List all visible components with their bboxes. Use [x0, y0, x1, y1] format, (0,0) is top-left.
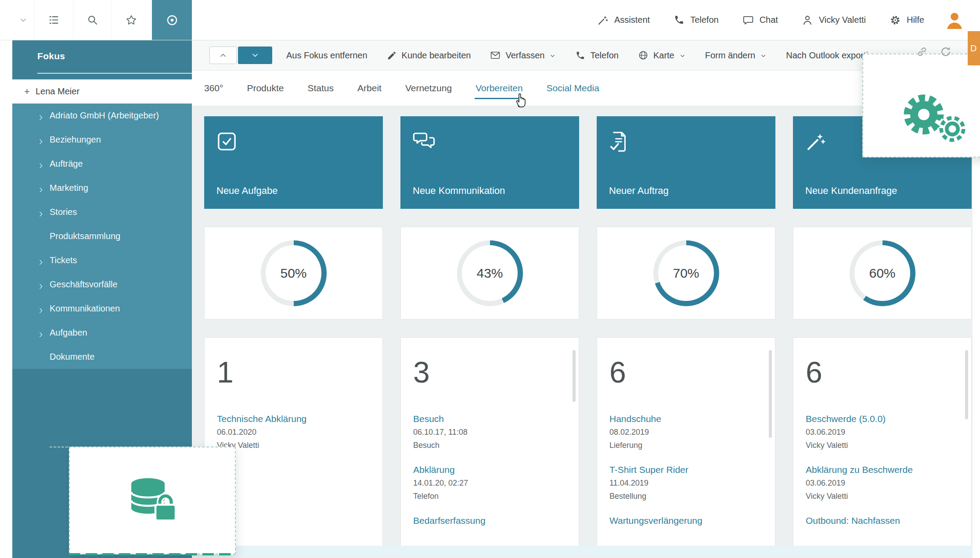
- notification-ribbon[interactable]: D: [968, 31, 980, 65]
- sidebar-item-marketing[interactable]: Marketing: [12, 176, 192, 200]
- entry-date: 03.06.2019: [806, 427, 959, 438]
- sidebar-item-dokumente[interactable]: Dokumente: [12, 345, 192, 369]
- list-item: Abklärung zu Beschwerde 03.06.2019 Vicky…: [806, 464, 959, 502]
- focus-record-button[interactable]: [152, 0, 192, 40]
- sidebar-item-adriato-gmbh[interactable]: Adriato GmbH (Arbeitgeber): [12, 104, 192, 128]
- help-gear-icon: [890, 14, 901, 26]
- list-item: Handschuhe 08.02.2019 Lieferung: [609, 413, 763, 451]
- search-icon: [86, 14, 98, 26]
- sidebar-item-beziehungen[interactable]: Beziehungen: [12, 128, 192, 152]
- cursor-hand-icon: [514, 90, 529, 108]
- sidebar-item-label: Aufträge: [50, 159, 83, 169]
- toolbar-button-label: Aus Fokus entfernen: [286, 50, 368, 61]
- favorites-button[interactable]: [112, 0, 150, 40]
- entry-link[interactable]: Abklärung: [413, 464, 566, 476]
- gauge-card: 50%: [204, 227, 383, 319]
- expand-plus-icon[interactable]: +: [24, 86, 36, 97]
- entry-date: 03.06.2019: [806, 478, 959, 489]
- column-kommunikation: Neue Kommunikation 43% 3 Besuch 06.10.17…: [400, 116, 579, 547]
- sidebar-item-geschaeftsvorfaelle[interactable]: Geschäftsvorfälle: [12, 272, 192, 297]
- main-content: Neue Aufgabe 50% 1 Technische Abklärung …: [192, 106, 973, 558]
- chevron-right-icon: [37, 257, 44, 264]
- entry-link[interactable]: T-Shirt Super Rider: [609, 464, 763, 476]
- tab-produkte[interactable]: Produkte: [247, 83, 284, 93]
- toolbar-button-aus-fokus-entfernen[interactable]: Aus Fokus entfernen: [286, 50, 368, 61]
- toolbar-button-form-aendern[interactable]: Form ändern: [705, 50, 767, 61]
- entry-meta: Besuch: [413, 440, 566, 451]
- chevron-down-icon: [549, 50, 556, 61]
- entry-link[interactable]: Beschwerde (5.0.0): [806, 413, 959, 425]
- topbar-item-telefon[interactable]: Telefon: [662, 14, 731, 25]
- toolbar-button-karte[interactable]: Karte: [638, 50, 686, 61]
- sidebar-title-rule: [37, 73, 192, 74]
- horizontal-scrollbar[interactable]: [192, 546, 973, 556]
- action-card-neue-kommunikation[interactable]: Neue Kommunikation: [400, 116, 579, 209]
- entry-link[interactable]: Besuch: [413, 413, 566, 425]
- tab-social-media[interactable]: Social Media: [547, 83, 599, 93]
- entry-link[interactable]: Bedarfserfassung: [413, 515, 566, 526]
- toolbar-button-kunde-bearbeiten[interactable]: Kunde bearbeiten: [387, 50, 471, 61]
- action-card-label: Neue Kommunikation: [413, 185, 505, 197]
- entry-link[interactable]: Outbound: Nachfassen: [806, 515, 959, 526]
- person-avatar-icon: [944, 10, 965, 31]
- user-avatar[interactable]: [942, 8, 967, 32]
- tab-360[interactable]: 360°: [204, 83, 223, 93]
- list-card: 3 Besuch 06.10.17, 11:08 Besuch Abklärun…: [400, 337, 579, 547]
- topbar-item-user[interactable]: Vicky Valetti: [790, 14, 878, 26]
- sidebar-item-produktsammlung[interactable]: Produktsammlung: [12, 224, 192, 248]
- scrollbar-thumb[interactable]: [573, 350, 576, 402]
- topbar-item-hilfe[interactable]: Hilfe: [878, 14, 936, 26]
- magic-wand-icon: [805, 131, 826, 152]
- chevron-down-icon: [19, 16, 28, 25]
- focus-entry-lena-meier[interactable]: + Lena Meier: [12, 79, 192, 104]
- ribbon-label: D: [970, 43, 976, 54]
- phone-icon: [575, 50, 585, 61]
- chevron-right-icon: [37, 209, 44, 216]
- sidebar-item-tickets[interactable]: Tickets: [12, 248, 192, 272]
- sidebar-item-kommunikationen[interactable]: Kommunikationen: [12, 297, 192, 321]
- list-card: 6 Handschuhe 08.02.2019 Lieferung T-Shir…: [597, 337, 775, 547]
- action-card-neue-aufgabe[interactable]: Neue Aufgabe: [204, 116, 383, 209]
- wand-icon: [597, 14, 609, 26]
- entry-link[interactable]: Handschuhe: [609, 413, 763, 425]
- scrollbar-thumb[interactable]: [965, 350, 968, 419]
- tab-arbeit[interactable]: Arbeit: [357, 83, 382, 93]
- list-view-button[interactable]: [34, 0, 73, 40]
- list-item: T-Shirt Super Rider 11.04.2019 Bestellun…: [609, 464, 763, 502]
- sidebar-item-stories[interactable]: Stories: [12, 200, 192, 224]
- toolbar-buttons: Aus Fokus entfernen Kunde bearbeiten Ver…: [286, 50, 886, 61]
- action-card-neuer-auftrag[interactable]: Neuer Auftrag: [597, 116, 775, 209]
- topbar-item-chat[interactable]: Chat: [731, 14, 790, 26]
- entry-link[interactable]: Abklärung zu Beschwerde: [806, 464, 959, 476]
- navigate-up-button[interactable]: [209, 46, 237, 64]
- entry-link[interactable]: Wartungsverlängerung: [609, 515, 763, 526]
- topbar-left-tools: [12, 0, 192, 40]
- sidebar-item-aufgaben[interactable]: Aufgaben: [12, 321, 192, 345]
- scrollbar-thumb[interactable]: [769, 350, 772, 438]
- navigate-down-button[interactable]: [238, 46, 272, 64]
- tab-status[interactable]: Status: [308, 83, 334, 93]
- collapse-panel-button[interactable]: [12, 0, 34, 40]
- chevron-down-icon: [251, 51, 259, 60]
- toolbar: Aus Fokus entfernen Kunde bearbeiten Ver…: [192, 40, 973, 71]
- toolbar-button-telefon[interactable]: Telefon: [575, 50, 619, 61]
- action-card-label: Neuer Auftrag: [609, 185, 669, 197]
- entry-meta: Lieferung: [609, 440, 763, 451]
- refresh-button[interactable]: [940, 46, 952, 58]
- search-button[interactable]: [73, 0, 112, 40]
- tab-label: Status: [308, 83, 334, 93]
- toolbar-button-label: Verfassen: [505, 50, 544, 61]
- topbar-item-assistent[interactable]: Assistent: [585, 14, 662, 26]
- toolbar-button-verfassen[interactable]: Verfassen: [490, 50, 556, 61]
- entry-count: 3: [413, 354, 566, 390]
- toolbar-button-label: Telefon: [590, 50, 619, 61]
- tab-bar: 360° Produkte Status Arbeit Vernetzung V…: [192, 71, 973, 106]
- person-icon: [802, 14, 813, 26]
- link-records-button[interactable]: [916, 46, 928, 58]
- tab-vernetzung[interactable]: Vernetzung: [405, 83, 452, 93]
- tab-label: Vernetzung: [405, 83, 452, 93]
- chevron-down-icon: [679, 50, 686, 61]
- checkbox-icon: [216, 131, 237, 152]
- sidebar-item-auftraege[interactable]: Aufträge: [12, 152, 192, 176]
- entry-link[interactable]: Technische Abklärung: [217, 413, 370, 425]
